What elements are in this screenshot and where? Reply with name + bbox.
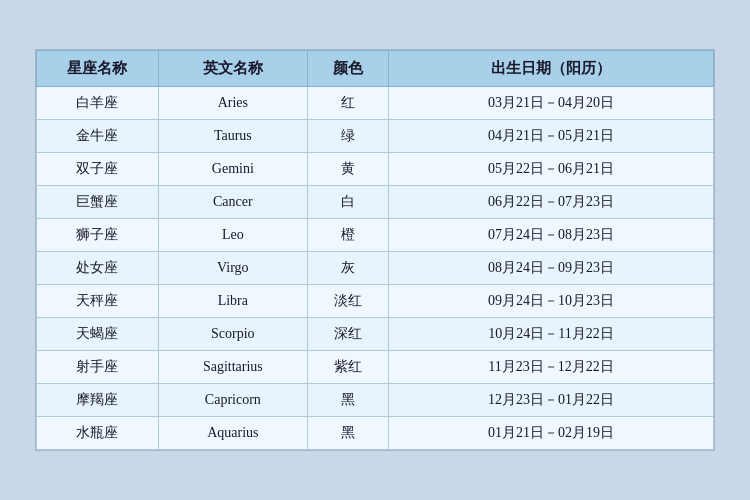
cell-zh-name: 天蝎座 (37, 318, 159, 351)
cell-en-name: Taurus (158, 120, 307, 153)
cell-zh-name: 水瓶座 (37, 417, 159, 450)
cell-en-name: Leo (158, 219, 307, 252)
table-row: 巨蟹座Cancer白06月22日－07月23日 (37, 186, 714, 219)
cell-color: 灰 (307, 252, 388, 285)
cell-date: 05月22日－06月21日 (389, 153, 714, 186)
cell-en-name: Gemini (158, 153, 307, 186)
cell-color: 淡红 (307, 285, 388, 318)
header-date: 出生日期（阳历） (389, 51, 714, 87)
cell-color: 绿 (307, 120, 388, 153)
cell-en-name: Scorpio (158, 318, 307, 351)
cell-en-name: Virgo (158, 252, 307, 285)
cell-zh-name: 巨蟹座 (37, 186, 159, 219)
zodiac-table: 星座名称 英文名称 颜色 出生日期（阳历） 白羊座Aries红03月21日－04… (36, 50, 714, 450)
table-row: 水瓶座Aquarius黑01月21日－02月19日 (37, 417, 714, 450)
cell-en-name: Aries (158, 87, 307, 120)
header-zh-name: 星座名称 (37, 51, 159, 87)
cell-color: 黑 (307, 384, 388, 417)
cell-color: 白 (307, 186, 388, 219)
cell-color: 黄 (307, 153, 388, 186)
cell-date: 10月24日－11月22日 (389, 318, 714, 351)
cell-date: 08月24日－09月23日 (389, 252, 714, 285)
cell-date: 11月23日－12月22日 (389, 351, 714, 384)
cell-zh-name: 白羊座 (37, 87, 159, 120)
header-en-name: 英文名称 (158, 51, 307, 87)
table-header-row: 星座名称 英文名称 颜色 出生日期（阳历） (37, 51, 714, 87)
cell-date: 09月24日－10月23日 (389, 285, 714, 318)
cell-en-name: Capricorn (158, 384, 307, 417)
table-row: 白羊座Aries红03月21日－04月20日 (37, 87, 714, 120)
table-row: 天蝎座Scorpio深红10月24日－11月22日 (37, 318, 714, 351)
table-row: 双子座Gemini黄05月22日－06月21日 (37, 153, 714, 186)
cell-zh-name: 射手座 (37, 351, 159, 384)
cell-zh-name: 金牛座 (37, 120, 159, 153)
cell-zh-name: 狮子座 (37, 219, 159, 252)
cell-en-name: Libra (158, 285, 307, 318)
cell-color: 深红 (307, 318, 388, 351)
table-row: 天秤座Libra淡红09月24日－10月23日 (37, 285, 714, 318)
cell-color: 红 (307, 87, 388, 120)
cell-color: 黑 (307, 417, 388, 450)
table-row: 狮子座Leo橙07月24日－08月23日 (37, 219, 714, 252)
cell-zh-name: 双子座 (37, 153, 159, 186)
cell-date: 04月21日－05月21日 (389, 120, 714, 153)
cell-color: 紫红 (307, 351, 388, 384)
cell-color: 橙 (307, 219, 388, 252)
header-color: 颜色 (307, 51, 388, 87)
cell-zh-name: 摩羯座 (37, 384, 159, 417)
cell-date: 07月24日－08月23日 (389, 219, 714, 252)
cell-en-name: Sagittarius (158, 351, 307, 384)
cell-date: 03月21日－04月20日 (389, 87, 714, 120)
table-row: 金牛座Taurus绿04月21日－05月21日 (37, 120, 714, 153)
cell-date: 06月22日－07月23日 (389, 186, 714, 219)
cell-en-name: Aquarius (158, 417, 307, 450)
cell-date: 12月23日－01月22日 (389, 384, 714, 417)
table-row: 处女座Virgo灰08月24日－09月23日 (37, 252, 714, 285)
cell-zh-name: 天秤座 (37, 285, 159, 318)
table-body: 白羊座Aries红03月21日－04月20日金牛座Taurus绿04月21日－0… (37, 87, 714, 450)
cell-zh-name: 处女座 (37, 252, 159, 285)
cell-en-name: Cancer (158, 186, 307, 219)
cell-date: 01月21日－02月19日 (389, 417, 714, 450)
zodiac-table-container: 星座名称 英文名称 颜色 出生日期（阳历） 白羊座Aries红03月21日－04… (35, 49, 715, 451)
table-row: 摩羯座Capricorn黑12月23日－01月22日 (37, 384, 714, 417)
table-row: 射手座Sagittarius紫红11月23日－12月22日 (37, 351, 714, 384)
